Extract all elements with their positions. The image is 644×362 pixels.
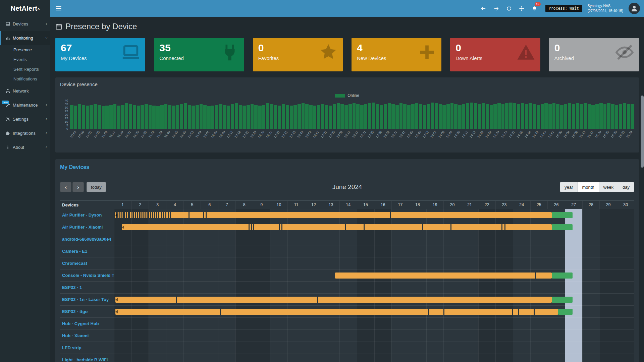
presence-bar-recent[interactable]	[558, 309, 573, 315]
y-tick-label: 20	[65, 113, 68, 116]
offline-gap	[165, 212, 166, 218]
day-header: 7	[218, 201, 235, 209]
device-name-link[interactable]: LED strip	[60, 342, 114, 354]
view-week-button[interactable]: week	[599, 182, 618, 192]
day-header: 9	[253, 201, 270, 209]
sidebar-item-integrations[interactable]: Integrations ‹	[0, 126, 50, 140]
page-title: Presence by Device	[65, 22, 137, 31]
tile-favorites[interactable]: 0 Favorites	[253, 38, 343, 71]
avatar[interactable]	[629, 3, 640, 14]
sidebar-item-sent-reports[interactable]: Sent Reports	[0, 64, 50, 74]
presence-bar-online[interactable]	[335, 273, 552, 279]
tile-archived[interactable]: 0 Archived	[549, 38, 639, 71]
presence-bar-recent[interactable]	[552, 212, 573, 218]
y-tick-label: 10	[65, 120, 68, 123]
offline-gap	[152, 212, 153, 218]
device-name-link[interactable]: Chromecast	[60, 257, 114, 269]
x-tick-label: 14:40	[516, 130, 524, 139]
device-name-link[interactable]: Console - Nvidia Shield T	[60, 269, 114, 282]
tile-down-alerts[interactable]: 0 Down Alerts	[450, 38, 540, 71]
presence-bar-recent[interactable]	[552, 297, 573, 303]
offline-gap	[119, 212, 120, 218]
device-name-link[interactable]: ESP32 - 1n - Laser Toy	[60, 294, 114, 306]
sidebar-item-notifications[interactable]: Notifications	[0, 74, 50, 84]
puzzle-icon	[5, 131, 13, 136]
chart-bar	[505, 103, 508, 129]
app-logo-sup: x	[38, 6, 40, 10]
device-name-link[interactable]: ESP32 - 1	[60, 282, 114, 294]
tile-my-devices[interactable]: 67 My Devices	[55, 38, 145, 71]
calendar-today-button[interactable]: today	[87, 182, 106, 192]
laptop-icon	[121, 43, 141, 62]
sidebar-item-events[interactable]: Events	[0, 55, 50, 64]
sidebar-item-monitoring[interactable]: Monitoring ‹	[0, 31, 50, 45]
device-name-link[interactable]: ESP32 - ttgo	[60, 306, 114, 318]
sidebar-item-settings[interactable]: Settings ‹	[0, 112, 50, 126]
chart-bar	[591, 105, 595, 129]
offline-gap	[450, 224, 451, 230]
x-tick-label: 11:53	[187, 130, 195, 138]
day-header: 16	[374, 201, 391, 209]
calendar-prev-button[interactable]: ‹	[60, 182, 71, 192]
offline-gap	[317, 297, 318, 303]
sidebar-item-maintenance[interactable]: new Maintenance ‹	[0, 98, 50, 112]
device-name-link[interactable]: Light - bedside B WiFi	[60, 354, 114, 362]
offline-gap	[168, 212, 169, 218]
x-tick-label: 11:05	[93, 130, 101, 138]
tile-connected[interactable]: 35 Connected	[154, 38, 244, 71]
sidebar-item-network[interactable]: Network	[0, 84, 50, 98]
sidebar-item-about[interactable]: About ‹	[0, 140, 50, 154]
x-tick-label: 14:48	[531, 130, 539, 139]
device-name-link[interactable]: Air Purifier - Dyson	[60, 209, 114, 221]
device-name-link[interactable]: Hub - Cygnet Hub	[60, 318, 114, 330]
move-icon	[519, 6, 525, 11]
x-tick-label: 13:01	[320, 130, 328, 139]
calendar-next-button[interactable]: ›	[72, 182, 84, 192]
x-tick-label: 14:37	[508, 130, 516, 139]
x-tick-label: 12:21	[241, 130, 249, 139]
nav-back-button[interactable]	[478, 0, 489, 17]
sidebar-item-devices[interactable]: Devices ‹	[0, 17, 50, 31]
warning-icon	[516, 43, 536, 62]
x-tick-label: 11:01	[85, 130, 93, 138]
presence-bar-online[interactable]	[115, 309, 558, 315]
device-name-link[interactable]: Air Purifier - Xiaomi	[60, 221, 114, 233]
nav-forward-button[interactable]	[491, 0, 502, 17]
chart-y-axis: 0510152025303540	[60, 101, 70, 129]
presence-calendar: Devices 12345678910111213141516171819202…	[60, 200, 634, 362]
notifications-button[interactable]: 15	[529, 0, 540, 17]
offline-gap	[156, 212, 157, 218]
chart-bar	[125, 103, 128, 129]
chart-bar	[384, 104, 387, 129]
chart-bar	[293, 105, 297, 129]
sidebar-item-presence[interactable]: Presence	[0, 45, 50, 55]
device-name-link[interactable]: android-68608b93a00e4	[60, 233, 114, 245]
presence-bar-online[interactable]	[122, 224, 552, 230]
chart-bar	[368, 103, 371, 129]
refresh-button[interactable]	[504, 0, 515, 17]
presence-bar-recent[interactable]	[552, 273, 573, 279]
x-tick-label: 12:57	[312, 130, 320, 139]
tile-new-devices[interactable]: 4 New Devices	[352, 38, 441, 71]
x-tick-label: 13:08	[335, 130, 343, 139]
presence-bar-online[interactable]	[115, 212, 552, 218]
x-tick-label: 15:00	[555, 130, 562, 139]
chart-x-axis: 10:5410:5611:0111:0511:0811:1211:1611:21…	[70, 129, 634, 147]
app-logo[interactable]: NetAlertx	[0, 0, 50, 17]
sidebar-toggle-button[interactable]	[56, 0, 66, 17]
x-tick-label: 15:08	[571, 130, 578, 139]
scrollbar[interactable]	[641, 96, 644, 168]
chart-bar	[348, 104, 352, 129]
chart-bar	[325, 105, 328, 129]
chart-bar	[70, 105, 73, 129]
presence-bar-recent[interactable]	[552, 224, 573, 230]
view-year-button[interactable]: year	[560, 182, 578, 192]
device-name-link[interactable]: Camera - E1	[60, 245, 114, 257]
view-day-button[interactable]: day	[618, 182, 634, 192]
offline-gap	[148, 212, 149, 218]
device-name-link[interactable]: Hub - Xiaomi	[60, 330, 114, 342]
chart-bar	[102, 106, 105, 129]
view-month-button[interactable]: month	[578, 182, 599, 192]
move-pan-button[interactable]	[517, 0, 527, 17]
presence-bar-online[interactable]	[115, 297, 552, 303]
